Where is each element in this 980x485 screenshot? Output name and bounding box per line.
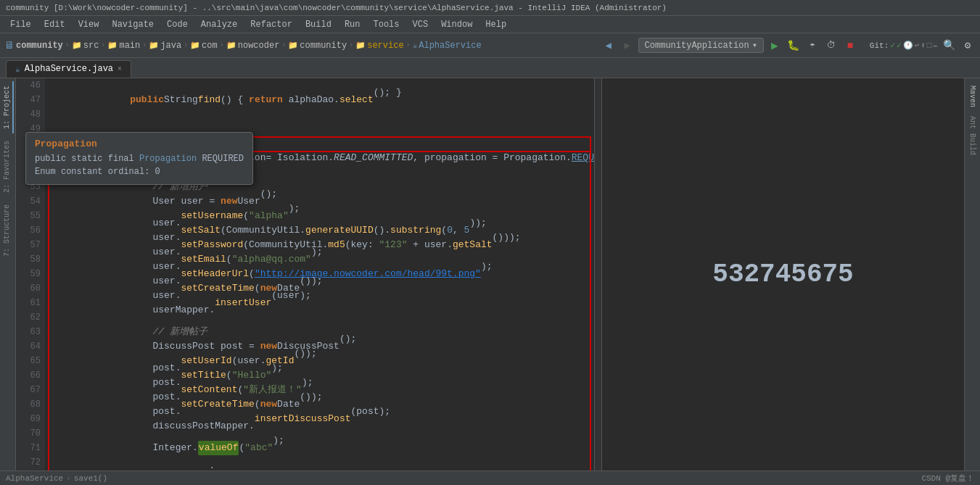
menu-analyze[interactable]: Analyze bbox=[195, 18, 243, 31]
debug-btn[interactable]: 🐛 bbox=[786, 38, 802, 54]
code-line-71: Integer.valueOf("abc"); bbox=[51, 441, 588, 455]
main-area: 1: Project 2: Favorites 7: Structure 46 … bbox=[0, 78, 980, 471]
output-value: 532745675 bbox=[712, 260, 853, 289]
menu-code[interactable]: Code bbox=[161, 18, 194, 31]
code-line-61: userMapper.insertUser(user); bbox=[51, 296, 588, 310]
breadcrumb-service[interactable]: service bbox=[367, 41, 403, 51]
breadcrumb-service-icon: 📁 bbox=[355, 41, 366, 50]
menu-vcs[interactable]: VCS bbox=[407, 18, 435, 31]
breadcrumb-community2-icon: 📁 bbox=[288, 41, 298, 50]
title-bar: community [D:\Work\nowcoder-community] -… bbox=[0, 0, 980, 16]
menu-edit[interactable]: Edit bbox=[38, 18, 71, 31]
menu-build[interactable]: Build bbox=[300, 18, 337, 31]
run-config-selector[interactable]: CommunityApplication ▾ bbox=[638, 38, 764, 53]
menu-help[interactable]: Help bbox=[479, 18, 512, 31]
breadcrumb-nowcoder-icon: 📁 bbox=[226, 41, 236, 50]
favorites-panel-tab[interactable]: 2: Favorites bbox=[1, 136, 14, 197]
tab-label: AlphaService.java bbox=[25, 64, 113, 74]
status-right: CSDN @复盘！ bbox=[921, 473, 974, 484]
tab-alphaservice[interactable]: ☕ AlphaService.java × bbox=[6, 60, 131, 78]
forward-btn[interactable]: ▶ bbox=[619, 38, 635, 54]
sep4: › bbox=[184, 41, 188, 49]
code-line-69: discussPostMapper.insertDiscussPost(post… bbox=[51, 412, 588, 426]
propagation-tooltip: Propagation public static final Propagat… bbox=[25, 132, 253, 185]
tooltip-blue-word: Propagation bbox=[139, 154, 197, 164]
git-push: ⬆ bbox=[921, 41, 926, 50]
coverage-btn[interactable]: ☂ bbox=[804, 38, 820, 54]
menu-run[interactable]: Run bbox=[339, 18, 366, 31]
breadcrumb-nowcoder[interactable]: nowcoder bbox=[238, 41, 280, 51]
structure-panel-tab[interactable]: 7: Structure bbox=[1, 200, 14, 261]
tab-bar: ☕ AlphaService.java × bbox=[0, 58, 980, 78]
sep5: › bbox=[220, 41, 224, 49]
tooltip-title: Propagation bbox=[35, 138, 244, 149]
tooltip-line2: Enum constant ordinal: 0 bbox=[35, 167, 160, 177]
menu-navigate[interactable]: Navigate bbox=[106, 18, 160, 31]
breadcrumb-src[interactable]: src bbox=[83, 41, 99, 51]
breadcrumb-main-icon: 📁 bbox=[107, 41, 118, 50]
code-line-47: public String find() { return alphaDao.s… bbox=[51, 93, 588, 107]
breadcrumb-community-icon: 🖥 bbox=[4, 40, 15, 51]
sep8: › bbox=[406, 41, 411, 49]
status-bar: AlphaService › save1() CSDN @复盘！ bbox=[0, 471, 980, 485]
settings-btn[interactable]: ⚙ bbox=[960, 38, 976, 54]
status-save1: save1() bbox=[74, 474, 107, 483]
profile-btn[interactable]: ⏱ bbox=[823, 38, 839, 54]
breadcrumb-java[interactable]: java bbox=[160, 41, 181, 51]
status-right-text: CSDN @复盘！ bbox=[921, 473, 974, 484]
git-check2: ✓ bbox=[897, 41, 902, 50]
sep6: › bbox=[281, 41, 286, 49]
output-panel: 532745675 bbox=[601, 78, 964, 471]
back-btn[interactable]: ◀ bbox=[601, 38, 617, 54]
menu-file[interactable]: File bbox=[4, 18, 37, 31]
breadcrumb-com-icon: 📁 bbox=[190, 41, 200, 50]
menu-window[interactable]: Window bbox=[435, 18, 478, 31]
sep7: › bbox=[349, 41, 353, 49]
run-btn[interactable]: ▶ bbox=[767, 38, 783, 54]
breadcrumb-alphaservice[interactable]: AlphaService bbox=[419, 41, 481, 51]
breadcrumb-community2[interactable]: community bbox=[300, 41, 347, 51]
tooltip-body: public static final Propagation REQUIRED… bbox=[35, 152, 244, 178]
right-panel: Maven Ant Build bbox=[964, 78, 980, 471]
tab-close-btn[interactable]: × bbox=[118, 65, 122, 73]
sep1: › bbox=[65, 41, 70, 49]
tooltip-line1-suffix: REQUIRED bbox=[197, 154, 244, 164]
breadcrumb: 🖥 community › 📁 src › 📁 main › 📁 java › … bbox=[4, 40, 482, 51]
status-sep: › bbox=[66, 474, 71, 483]
run-config-label: CommunityApplication bbox=[645, 41, 749, 51]
git-check1: ✓ bbox=[890, 41, 895, 50]
menu-refactor[interactable]: Refactor bbox=[244, 18, 298, 31]
git-clock: 🕐 bbox=[903, 41, 913, 50]
ant-build-tab[interactable]: Ant Build bbox=[967, 112, 978, 159]
sep2: › bbox=[101, 41, 105, 49]
title-text: community [D:\Work\nowcoder-community] -… bbox=[6, 4, 667, 12]
git-square: □ bbox=[927, 41, 932, 50]
search-btn[interactable]: 🔍 bbox=[941, 38, 957, 54]
git-edit: ✏ bbox=[933, 41, 938, 50]
run-config-arrow: ▾ bbox=[752, 40, 757, 51]
status-breadcrumb: AlphaService › save1() bbox=[6, 474, 107, 483]
project-panel-tab[interactable]: 1: Project bbox=[1, 81, 14, 133]
breadcrumb-java-icon: 📁 bbox=[149, 41, 159, 50]
stop-btn[interactable]: ■ bbox=[842, 38, 858, 54]
breadcrumb-main[interactable]: main bbox=[119, 41, 140, 51]
breadcrumb-alphaservice-icon: ☕ bbox=[413, 41, 418, 50]
menu-bar: File Edit View Navigate Code Analyze Ref… bbox=[0, 16, 980, 33]
left-panel: 1: Project 2: Favorites 7: Structure bbox=[0, 78, 16, 471]
menu-view[interactable]: View bbox=[73, 18, 105, 31]
tooltip-line1-prefix: public static final bbox=[35, 154, 139, 164]
breadcrumb-community-label[interactable]: community bbox=[16, 41, 63, 51]
breadcrumb-com[interactable]: com bbox=[202, 41, 218, 51]
editor: 46 47 48 49 50 51 52 53 54 55 56 57 58 5… bbox=[16, 78, 601, 471]
code-line-48 bbox=[51, 107, 588, 122]
tab-icon: ☕ bbox=[15, 65, 20, 74]
breadcrumb-src-icon: 📁 bbox=[72, 41, 82, 50]
menu-tools[interactable]: Tools bbox=[368, 18, 405, 31]
status-alphaservice: AlphaService bbox=[6, 474, 63, 483]
code-line-46 bbox=[51, 78, 588, 93]
git-undo: ↩ bbox=[915, 41, 920, 50]
toolbar: 🖥 community › 📁 src › 📁 main › 📁 java › … bbox=[0, 33, 980, 58]
git-label: Git: bbox=[870, 41, 889, 50]
scrollbar-right[interactable] bbox=[594, 78, 601, 471]
maven-tab[interactable]: Maven bbox=[967, 81, 978, 112]
